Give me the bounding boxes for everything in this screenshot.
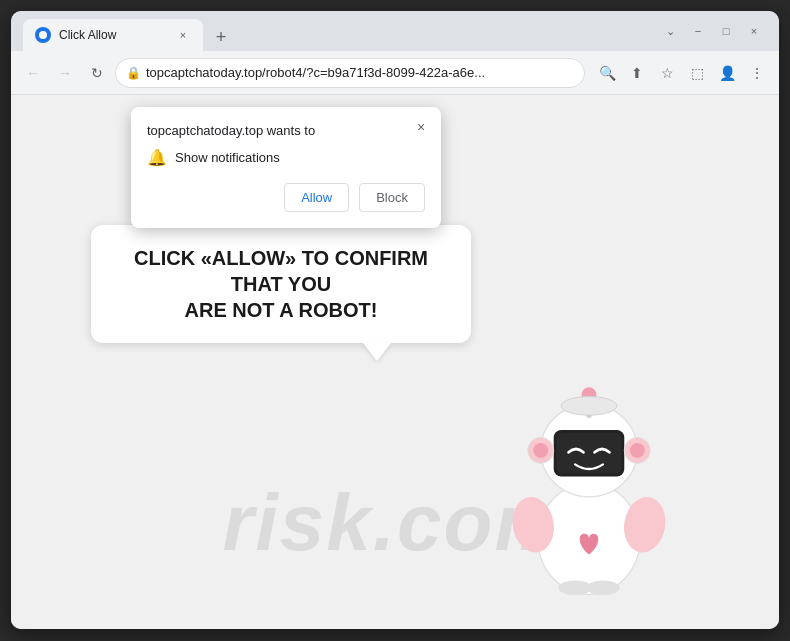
svg-point-15 — [561, 397, 617, 416]
allow-button[interactable]: Allow — [284, 183, 349, 212]
extensions-icon[interactable]: ⬚ — [683, 59, 711, 87]
menu-icon[interactable]: ⋮ — [743, 59, 771, 87]
forward-button[interactable]: → — [51, 59, 79, 87]
permission-label: Show notifications — [175, 150, 280, 165]
chevron-down-icon[interactable]: ⌄ — [657, 18, 683, 44]
robot-svg — [479, 339, 699, 599]
popup-site-text: topcaptchatoday.top wants to — [147, 123, 425, 138]
tab-title: Click Allow — [59, 28, 167, 42]
back-button[interactable]: ← — [19, 59, 47, 87]
bell-icon: 🔔 — [147, 148, 167, 167]
svg-rect-8 — [557, 433, 622, 474]
profile-icon[interactable]: 👤 — [713, 59, 741, 87]
address-bar[interactable]: 🔒 topcaptchatoday.top/robot4/?c=b9a71f3d… — [115, 58, 585, 88]
tab-favicon — [35, 27, 51, 43]
popup-close-button[interactable]: × — [411, 117, 431, 137]
title-bar: Click Allow × + ⌄ − □ × — [11, 11, 779, 51]
tab-bar: Click Allow × + — [23, 11, 649, 51]
share-icon[interactable]: ⬆ — [623, 59, 651, 87]
window-controls: ⌄ − □ × — [657, 18, 767, 44]
minimize-button[interactable]: − — [685, 18, 711, 44]
popup-buttons: Allow Block — [147, 183, 425, 212]
svg-point-12 — [533, 443, 548, 458]
robot-character — [479, 339, 699, 599]
toolbar-icons: 🔍 ⬆ ☆ ⬚ 👤 ⋮ — [593, 59, 771, 87]
captcha-text: CLICK «ALLOW» TO CONFIRM THAT YOU ARE NO… — [121, 245, 441, 323]
notification-popup: × topcaptchatoday.top wants to 🔔 Show no… — [131, 107, 441, 228]
url-text: topcaptchatoday.top/robot4/?c=b9a71f3d-8… — [146, 65, 574, 80]
content-area: risk.com × topcaptchatoday.top wants to … — [11, 95, 779, 629]
lock-icon: 🔒 — [126, 66, 140, 80]
refresh-button[interactable]: ↻ — [83, 59, 111, 87]
search-icon[interactable]: 🔍 — [593, 59, 621, 87]
svg-point-14 — [630, 443, 645, 458]
close-button[interactable]: × — [741, 18, 767, 44]
tab-close-button[interactable]: × — [175, 27, 191, 43]
address-bar-row: ← → ↻ 🔒 topcaptchatoday.top/robot4/?c=b9… — [11, 51, 779, 95]
bookmark-icon[interactable]: ☆ — [653, 59, 681, 87]
speech-bubble: CLICK «ALLOW» TO CONFIRM THAT YOU ARE NO… — [91, 225, 471, 343]
block-button[interactable]: Block — [359, 183, 425, 212]
new-tab-button[interactable]: + — [207, 23, 235, 51]
popup-permission-row: 🔔 Show notifications — [147, 148, 425, 167]
svg-point-4 — [586, 580, 619, 595]
maximize-button[interactable]: □ — [713, 18, 739, 44]
active-tab[interactable]: Click Allow × — [23, 19, 203, 51]
browser-window: Click Allow × + ⌄ − □ × ← → ↻ 🔒 topcaptc… — [11, 11, 779, 629]
